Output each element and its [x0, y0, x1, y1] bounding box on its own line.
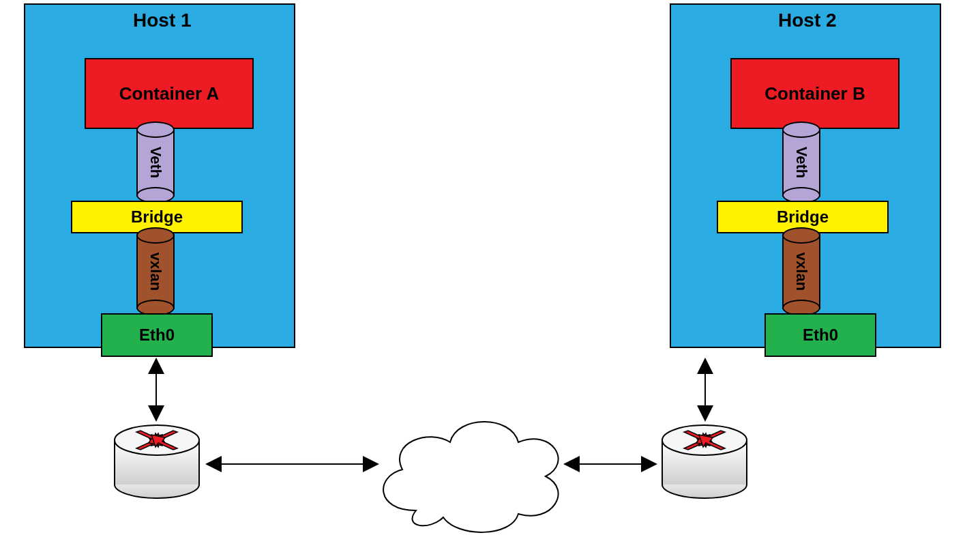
host2-eth: Eth0	[764, 313, 876, 357]
host1-veth-label: Veth	[147, 147, 164, 178]
diagram-canvas: Host 1 Container A Veth Bridge vxlan Eth…	[0, 0, 980, 548]
router2-icon	[657, 420, 752, 502]
host1-eth: Eth0	[101, 313, 213, 357]
host1-title: Host 1	[133, 10, 192, 31]
host2-container: Container B	[730, 58, 900, 129]
host1-eth-label: Eth0	[139, 326, 175, 345]
host1-container: Container A	[85, 58, 254, 129]
host2-eth-label: Eth0	[803, 326, 838, 345]
host1-vxlan-label: vxlan	[147, 253, 164, 291]
host1-veth-cylinder: Veth	[136, 121, 175, 203]
host2-vxlan-label: vxlan	[792, 253, 810, 291]
host2-title: Host 2	[778, 10, 837, 31]
host1-vxlan-cylinder: vxlan	[136, 227, 175, 316]
host2-bridge-label: Bridge	[777, 207, 829, 227]
host2-veth-label: Veth	[792, 147, 810, 178]
router1-icon	[109, 420, 205, 502]
host1-container-label: Container A	[119, 83, 219, 104]
cloud-icon	[361, 401, 577, 541]
host2-container-label: Container B	[764, 83, 865, 104]
host2-vxlan-cylinder: vxlan	[782, 227, 820, 316]
host2-veth-cylinder: Veth	[782, 121, 820, 203]
host1-bridge-label: Bridge	[131, 207, 183, 227]
